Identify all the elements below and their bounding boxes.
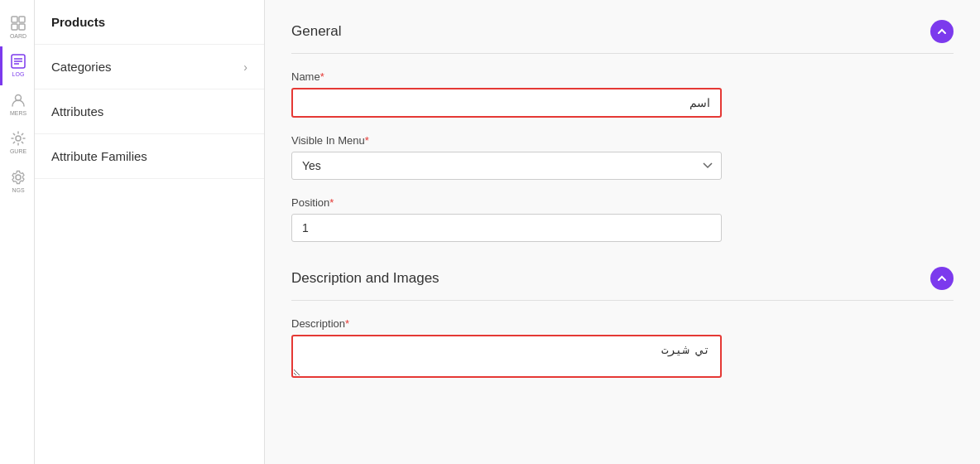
tag-icon	[10, 53, 26, 70]
chevron-right-icon: ›	[243, 60, 247, 74]
chevron-up-icon-2	[937, 273, 947, 283]
general-section-header: General	[291, 20, 954, 54]
gear-icon	[10, 169, 26, 186]
description-field-group: Description* تي شيرت	[291, 317, 954, 381]
nav-item-attribute-families-label: Attribute Families	[51, 149, 147, 163]
general-toggle-button[interactable]	[930, 20, 954, 43]
svg-point-9	[16, 136, 21, 141]
general-section: General Name* Visible In Menu* Yes No	[291, 20, 954, 242]
description-toggle-button[interactable]	[930, 267, 954, 290]
visible-in-menu-select[interactable]: Yes No	[291, 152, 722, 180]
svg-rect-3	[19, 24, 25, 30]
svg-point-10	[16, 175, 21, 180]
sidebar-item-board-label: OARD	[10, 33, 26, 40]
settings-icon	[10, 130, 26, 147]
svg-rect-2	[12, 24, 17, 30]
nav-item-products[interactable]: Products	[35, 0, 264, 45]
sidebar-item-catalog-label: LOG	[12, 71, 25, 78]
position-input[interactable]	[291, 214, 722, 242]
name-field-group: Name*	[291, 70, 954, 118]
name-input[interactable]	[291, 88, 722, 118]
main-content: General Name* Visible In Menu* Yes No	[265, 0, 980, 464]
description-section-title: Description and Images	[291, 270, 440, 287]
description-label: Description*	[291, 317, 954, 330]
nav-item-categories-label: Categories	[51, 60, 112, 74]
position-label: Position*	[291, 196, 954, 209]
sidebar-item-settings-label: NGS	[12, 187, 24, 194]
grid-icon	[10, 15, 26, 31]
sidebar-item-configure-label: GURE	[10, 148, 26, 155]
visible-in-menu-label: Visible In Menu*	[291, 134, 954, 147]
nav-item-attributes[interactable]: Attributes	[35, 89, 264, 134]
sidebar-item-customers[interactable]: MERS	[0, 85, 34, 123]
svg-rect-0	[12, 17, 17, 22]
description-section-header: Description and Images	[291, 267, 954, 301]
position-field-group: Position*	[291, 196, 954, 242]
nav-item-attribute-families[interactable]: Attribute Families	[35, 134, 264, 179]
nav-item-products-label: Products	[51, 15, 105, 29]
svg-rect-1	[19, 17, 25, 22]
visible-in-menu-field-group: Visible In Menu* Yes No	[291, 134, 954, 180]
name-label: Name*	[291, 70, 954, 83]
nav-item-categories[interactable]: Categories ›	[35, 45, 264, 89]
chevron-up-icon	[937, 27, 947, 36]
sidebar-item-settings[interactable]: NGS	[0, 162, 34, 201]
icon-sidebar: OARD LOG MERS GURE	[0, 0, 35, 464]
description-section: Description and Images Description* تي ش…	[291, 267, 954, 381]
sidebar-item-board[interactable]: OARD	[0, 8, 34, 46]
nav-sidebar: Products Categories › Attributes Attribu…	[35, 0, 265, 464]
users-icon	[10, 92, 26, 109]
sidebar-item-configure[interactable]: GURE	[0, 123, 34, 162]
description-input[interactable]: تي شيرت	[291, 335, 722, 378]
nav-item-attributes-label: Attributes	[51, 104, 103, 118]
general-section-title: General	[291, 23, 341, 40]
sidebar-item-customers-label: MERS	[10, 110, 26, 117]
sidebar-item-catalog[interactable]: LOG	[0, 46, 34, 85]
